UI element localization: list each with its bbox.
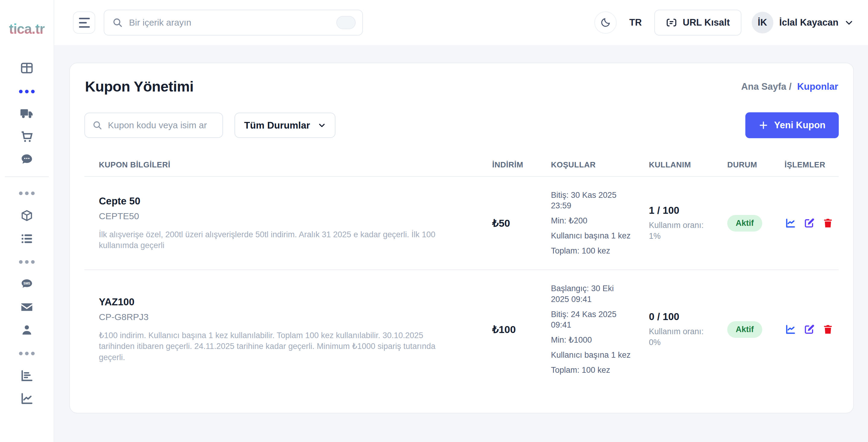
stats-button[interactable]: [784, 324, 797, 335]
content: Kupon Yönetimi Ana Sayfa / Kuponlar Tüm …: [54, 45, 868, 442]
coupon-card: Kupon Yönetimi Ana Sayfa / Kuponlar Tüm …: [69, 63, 854, 413]
plus-icon: [758, 121, 768, 130]
usage-cell: 1 / 100 Kullanım oranı: 1%: [634, 205, 712, 242]
edit-icon: [804, 217, 815, 229]
status-filter-select[interactable]: Tüm Durumlar: [235, 113, 336, 138]
dark-mode-toggle[interactable]: [594, 11, 617, 34]
avatar: İK: [752, 12, 773, 33]
condition-line: Kullanıcı başına 1 kez: [551, 231, 634, 241]
coupon-search: [84, 113, 223, 138]
table-header-row: Kupon Bilgileri İndirim Koşullar Kullanı…: [84, 153, 839, 176]
main-area: TR URL Kısalt İK İclal Kayacan Kupon Yön…: [54, 0, 868, 442]
table-row: Cepte 50 CEPTE50 İlk alışverişe özel, 20…: [84, 177, 839, 270]
ellipsis-icon: [19, 192, 35, 195]
topbar-right: TR URL Kısalt İK İclal Kayacan: [594, 10, 854, 36]
sidebar-item-dashboard[interactable]: [13, 57, 41, 80]
search-icon: [92, 120, 102, 130]
sidebar-item-customers[interactable]: [13, 319, 41, 342]
language-switcher[interactable]: TR: [627, 17, 644, 28]
column-header-discount: İndirim: [477, 160, 536, 170]
sidebar-item-more-3[interactable]: [13, 342, 41, 365]
condition-line: Min: ₺200: [551, 215, 634, 226]
sidebar-item-coupons-active[interactable]: [13, 80, 41, 103]
dashboard-grid-icon: [20, 61, 34, 76]
sidebar-item-mail[interactable]: [13, 296, 41, 319]
sidebar-item-sms[interactable]: SMS: [13, 273, 41, 296]
chevron-down-icon: [844, 18, 854, 27]
chevron-down-icon: [318, 121, 326, 129]
sidebar-item-catalog[interactable]: [13, 228, 41, 250]
column-header-actions: İşlemler: [770, 160, 839, 170]
coupon-search-input[interactable]: [108, 120, 224, 130]
moon-icon: [600, 17, 611, 28]
line-chart-icon: [785, 324, 796, 335]
sidebar-item-more-1[interactable]: [13, 182, 41, 205]
breadcrumb-root[interactable]: Ana Sayfa /: [741, 81, 792, 92]
breadcrumb: Ana Sayfa / Kuponlar: [741, 81, 838, 92]
delete-button[interactable]: [822, 324, 834, 335]
usage-count: 0 / 100: [649, 311, 712, 322]
search-icon: [112, 17, 123, 28]
svg-text:SMS: SMS: [24, 282, 30, 285]
status-badge: Aktif: [727, 215, 762, 232]
coupon-code: CEPTE50: [99, 211, 477, 221]
chat-icon: [20, 152, 34, 168]
sidebar: tica.tr: [0, 0, 54, 442]
table-row: YAZ100 CP-G8RPJ3 ₺100 indirim. Kullanıcı…: [84, 270, 839, 389]
menu-toggle-button[interactable]: [73, 11, 95, 34]
bar-chart-icon: [20, 369, 34, 384]
sidebar-item-reports[interactable]: [13, 365, 41, 388]
edit-button[interactable]: [803, 324, 815, 335]
discount-value: ₺50: [492, 217, 510, 229]
global-search-input[interactable]: [129, 18, 330, 28]
sidebar-item-products[interactable]: [13, 205, 41, 228]
user-menu[interactable]: İK İclal Kayacan: [752, 12, 854, 33]
trash-icon: [822, 324, 834, 335]
status-cell: Aktif: [712, 321, 770, 338]
status-badge: Aktif: [727, 321, 762, 338]
status-filter-value: Tüm Durumlar: [244, 120, 310, 131]
breadcrumb-current[interactable]: Kuponlar: [797, 81, 838, 92]
coupon-name: YAZ100: [99, 296, 477, 308]
column-header-usage: Kullanım: [634, 160, 712, 170]
ellipsis-icon: [19, 352, 35, 355]
actions-cell: [770, 217, 839, 229]
coupon-info-cell: YAZ100 CP-G8RPJ3 ₺100 indirim. Kullanıcı…: [84, 296, 477, 363]
column-header-status: Durum: [712, 160, 770, 170]
sidebar-item-orders[interactable]: [13, 126, 41, 149]
page-title: Kupon Yönetimi: [85, 78, 193, 95]
url-shorten-label: URL Kısalt: [683, 17, 730, 28]
brand-logo[interactable]: tica.tr: [9, 18, 44, 40]
condition-line: Min: ₺1000: [551, 335, 634, 345]
new-coupon-label: Yeni Kupon: [774, 120, 826, 131]
coupon-table: Kupon Bilgileri İndirim Koşullar Kullanı…: [84, 153, 839, 389]
column-header-conditions: Koşullar: [536, 160, 634, 170]
sidebar-nav: SMS: [5, 57, 49, 411]
coupon-code: CP-G8RPJ3: [99, 312, 477, 322]
sidebar-item-shipping[interactable]: [13, 103, 41, 126]
global-search: [104, 10, 363, 36]
coupon-description: İlk alışverişe özel, 200tl üzeri alışver…: [99, 229, 458, 251]
sidebar-item-comments[interactable]: [13, 149, 41, 172]
ellipsis-icon: [19, 260, 35, 264]
coupon-description: ₺100 indirim. Kullanıcı başına 1 kez kul…: [99, 330, 458, 363]
condition-line: Bitiş: 30 Kas 2025 23:59: [551, 190, 634, 211]
list-icon: [20, 232, 34, 247]
condition-line: Bitiş: 24 Kas 2025 09:41: [551, 309, 634, 330]
discount-cell: ₺100: [477, 324, 536, 335]
url-shorten-button[interactable]: URL Kısalt: [654, 10, 741, 36]
card-header: Kupon Yönetimi Ana Sayfa / Kuponlar: [84, 78, 839, 95]
sidebar-item-analytics[interactable]: [13, 388, 41, 411]
new-coupon-button[interactable]: Yeni Kupon: [745, 112, 839, 138]
edit-button[interactable]: [803, 217, 815, 229]
stats-button[interactable]: [784, 217, 797, 229]
package-icon: [20, 209, 34, 224]
condition-line: Kullanıcı başına 1 kez: [551, 350, 634, 361]
user-name: İclal Kayacan: [779, 17, 838, 28]
delete-button[interactable]: [822, 217, 834, 229]
discount-value: ₺100: [492, 324, 516, 335]
url-shorten-icon: [666, 17, 677, 28]
coupon-info-cell: Cepte 50 CEPTE50 İlk alışverişe özel, 20…: [84, 195, 477, 251]
actions-cell: [770, 324, 839, 335]
sidebar-item-more-2[interactable]: [13, 250, 41, 273]
